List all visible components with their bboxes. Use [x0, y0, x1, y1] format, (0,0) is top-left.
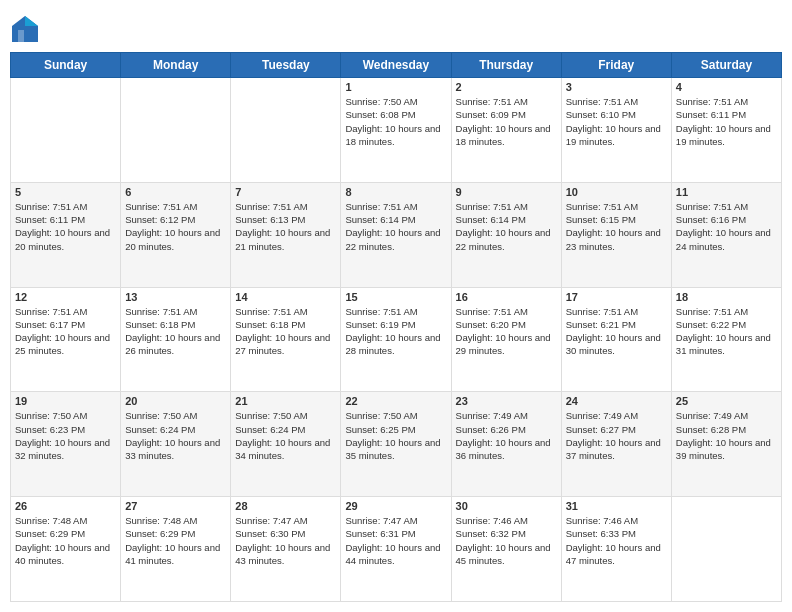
- day-number: 5: [15, 186, 116, 198]
- daylight-text: Daylight: 10 hours and 32 minutes.: [15, 437, 110, 461]
- sunrise-text: Sunrise: 7:49 AM: [566, 410, 638, 421]
- sunset-text: Sunset: 6:14 PM: [456, 214, 526, 225]
- sunrise-text: Sunrise: 7:51 AM: [566, 201, 638, 212]
- daylight-text: Daylight: 10 hours and 26 minutes.: [125, 332, 220, 356]
- sunset-text: Sunset: 6:16 PM: [676, 214, 746, 225]
- sunset-text: Sunset: 6:33 PM: [566, 528, 636, 539]
- calendar-cell: 28 Sunrise: 7:47 AM Sunset: 6:30 PM Dayl…: [231, 497, 341, 602]
- sunrise-text: Sunrise: 7:50 AM: [125, 410, 197, 421]
- sunrise-text: Sunrise: 7:50 AM: [15, 410, 87, 421]
- sunset-text: Sunset: 6:12 PM: [125, 214, 195, 225]
- sunset-text: Sunset: 6:26 PM: [456, 424, 526, 435]
- day-detail: Sunrise: 7:47 AM Sunset: 6:31 PM Dayligh…: [345, 514, 446, 567]
- daylight-text: Daylight: 10 hours and 35 minutes.: [345, 437, 440, 461]
- day-detail: Sunrise: 7:50 AM Sunset: 6:25 PM Dayligh…: [345, 409, 446, 462]
- calendar-cell: 11 Sunrise: 7:51 AM Sunset: 6:16 PM Dayl…: [671, 182, 781, 287]
- calendar-cell: 25 Sunrise: 7:49 AM Sunset: 6:28 PM Dayl…: [671, 392, 781, 497]
- daylight-text: Daylight: 10 hours and 19 minutes.: [566, 123, 661, 147]
- day-number: 19: [15, 395, 116, 407]
- day-detail: Sunrise: 7:51 AM Sunset: 6:11 PM Dayligh…: [676, 95, 777, 148]
- daylight-text: Daylight: 10 hours and 22 minutes.: [345, 227, 440, 251]
- day-number: 8: [345, 186, 446, 198]
- sunset-text: Sunset: 6:24 PM: [235, 424, 305, 435]
- sunset-text: Sunset: 6:31 PM: [345, 528, 415, 539]
- calendar-cell: 3 Sunrise: 7:51 AM Sunset: 6:10 PM Dayli…: [561, 78, 671, 183]
- day-detail: Sunrise: 7:51 AM Sunset: 6:17 PM Dayligh…: [15, 305, 116, 358]
- sunrise-text: Sunrise: 7:51 AM: [676, 201, 748, 212]
- sunrise-text: Sunrise: 7:51 AM: [676, 306, 748, 317]
- sunrise-text: Sunrise: 7:51 AM: [125, 201, 197, 212]
- calendar-cell: 21 Sunrise: 7:50 AM Sunset: 6:24 PM Dayl…: [231, 392, 341, 497]
- sunrise-text: Sunrise: 7:48 AM: [125, 515, 197, 526]
- day-detail: Sunrise: 7:49 AM Sunset: 6:26 PM Dayligh…: [456, 409, 557, 462]
- sunset-text: Sunset: 6:19 PM: [345, 319, 415, 330]
- calendar-cell: 29 Sunrise: 7:47 AM Sunset: 6:31 PM Dayl…: [341, 497, 451, 602]
- day-number: 24: [566, 395, 667, 407]
- calendar-week-5: 26 Sunrise: 7:48 AM Sunset: 6:29 PM Dayl…: [11, 497, 782, 602]
- daylight-text: Daylight: 10 hours and 20 minutes.: [15, 227, 110, 251]
- day-detail: Sunrise: 7:48 AM Sunset: 6:29 PM Dayligh…: [125, 514, 226, 567]
- sunset-text: Sunset: 6:27 PM: [566, 424, 636, 435]
- day-number: 2: [456, 81, 557, 93]
- calendar-header: SundayMondayTuesdayWednesdayThursdayFrid…: [11, 53, 782, 78]
- calendar-cell: 18 Sunrise: 7:51 AM Sunset: 6:22 PM Dayl…: [671, 287, 781, 392]
- day-detail: Sunrise: 7:49 AM Sunset: 6:28 PM Dayligh…: [676, 409, 777, 462]
- day-detail: Sunrise: 7:51 AM Sunset: 6:14 PM Dayligh…: [456, 200, 557, 253]
- day-number: 1: [345, 81, 446, 93]
- calendar-cell: [671, 497, 781, 602]
- daylight-text: Daylight: 10 hours and 25 minutes.: [15, 332, 110, 356]
- day-detail: Sunrise: 7:51 AM Sunset: 6:21 PM Dayligh…: [566, 305, 667, 358]
- day-detail: Sunrise: 7:51 AM Sunset: 6:10 PM Dayligh…: [566, 95, 667, 148]
- daylight-text: Daylight: 10 hours and 47 minutes.: [566, 542, 661, 566]
- calendar-cell: [121, 78, 231, 183]
- sunrise-text: Sunrise: 7:51 AM: [566, 306, 638, 317]
- day-detail: Sunrise: 7:51 AM Sunset: 6:15 PM Dayligh…: [566, 200, 667, 253]
- daylight-text: Daylight: 10 hours and 21 minutes.: [235, 227, 330, 251]
- calendar-body: 1 Sunrise: 7:50 AM Sunset: 6:08 PM Dayli…: [11, 78, 782, 602]
- day-detail: Sunrise: 7:49 AM Sunset: 6:27 PM Dayligh…: [566, 409, 667, 462]
- day-detail: Sunrise: 7:50 AM Sunset: 6:24 PM Dayligh…: [235, 409, 336, 462]
- day-detail: Sunrise: 7:51 AM Sunset: 6:18 PM Dayligh…: [125, 305, 226, 358]
- day-number: 27: [125, 500, 226, 512]
- svg-marker-1: [25, 16, 38, 26]
- sunrise-text: Sunrise: 7:50 AM: [345, 410, 417, 421]
- day-number: 4: [676, 81, 777, 93]
- calendar-cell: 30 Sunrise: 7:46 AM Sunset: 6:32 PM Dayl…: [451, 497, 561, 602]
- day-number: 28: [235, 500, 336, 512]
- calendar-cell: 12 Sunrise: 7:51 AM Sunset: 6:17 PM Dayl…: [11, 287, 121, 392]
- day-number: 25: [676, 395, 777, 407]
- sunrise-text: Sunrise: 7:49 AM: [676, 410, 748, 421]
- day-number: 31: [566, 500, 667, 512]
- day-detail: Sunrise: 7:51 AM Sunset: 6:13 PM Dayligh…: [235, 200, 336, 253]
- daylight-text: Daylight: 10 hours and 18 minutes.: [345, 123, 440, 147]
- sunrise-text: Sunrise: 7:51 AM: [566, 96, 638, 107]
- calendar-cell: 16 Sunrise: 7:51 AM Sunset: 6:20 PM Dayl…: [451, 287, 561, 392]
- day-number: 23: [456, 395, 557, 407]
- calendar-cell: 2 Sunrise: 7:51 AM Sunset: 6:09 PM Dayli…: [451, 78, 561, 183]
- day-of-week-thursday: Thursday: [451, 53, 561, 78]
- daylight-text: Daylight: 10 hours and 19 minutes.: [676, 123, 771, 147]
- day-detail: Sunrise: 7:51 AM Sunset: 6:09 PM Dayligh…: [456, 95, 557, 148]
- sunset-text: Sunset: 6:10 PM: [566, 109, 636, 120]
- header: [10, 10, 782, 44]
- day-detail: Sunrise: 7:47 AM Sunset: 6:30 PM Dayligh…: [235, 514, 336, 567]
- day-detail: Sunrise: 7:51 AM Sunset: 6:11 PM Dayligh…: [15, 200, 116, 253]
- calendar-cell: 1 Sunrise: 7:50 AM Sunset: 6:08 PM Dayli…: [341, 78, 451, 183]
- day-of-week-friday: Friday: [561, 53, 671, 78]
- sunset-text: Sunset: 6:32 PM: [456, 528, 526, 539]
- sunrise-text: Sunrise: 7:51 AM: [676, 96, 748, 107]
- sunset-text: Sunset: 6:20 PM: [456, 319, 526, 330]
- daylight-text: Daylight: 10 hours and 22 minutes.: [456, 227, 551, 251]
- day-number: 21: [235, 395, 336, 407]
- sunset-text: Sunset: 6:21 PM: [566, 319, 636, 330]
- sunset-text: Sunset: 6:09 PM: [456, 109, 526, 120]
- day-number: 9: [456, 186, 557, 198]
- logo-icon: [10, 14, 40, 44]
- sunset-text: Sunset: 6:08 PM: [345, 109, 415, 120]
- sunset-text: Sunset: 6:25 PM: [345, 424, 415, 435]
- calendar-cell: 8 Sunrise: 7:51 AM Sunset: 6:14 PM Dayli…: [341, 182, 451, 287]
- sunset-text: Sunset: 6:24 PM: [125, 424, 195, 435]
- day-of-week-saturday: Saturday: [671, 53, 781, 78]
- calendar-cell: 4 Sunrise: 7:51 AM Sunset: 6:11 PM Dayli…: [671, 78, 781, 183]
- daylight-text: Daylight: 10 hours and 30 minutes.: [566, 332, 661, 356]
